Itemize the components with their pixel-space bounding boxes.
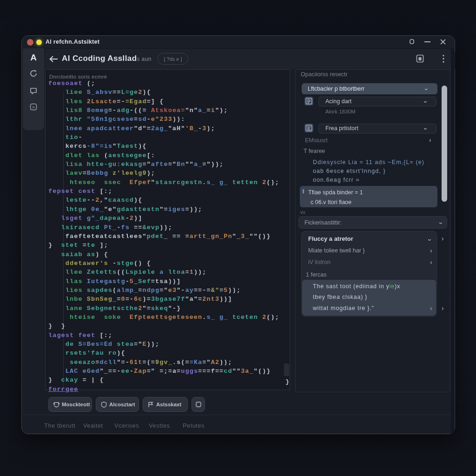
svg-text:m: m xyxy=(32,106,34,109)
